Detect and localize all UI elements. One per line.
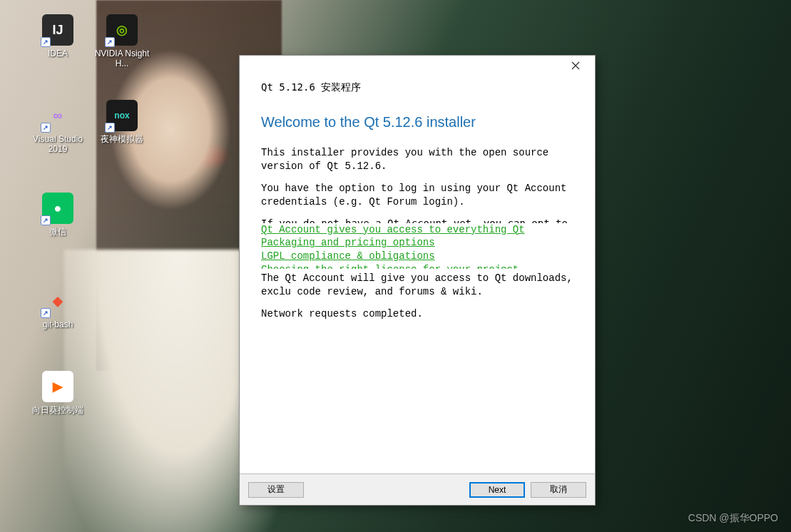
gitbash-label: git-bash [43,319,73,329]
intro-paragraph-3-clipped: If you do not have a Qt Account yet, you… [261,218,573,223]
idea-icon: IJ↗ [42,14,73,46]
vs-icon: ∞↗ [42,100,73,131]
installer-title: Qt 5.12.6 安装程序 [261,81,573,94]
shortcut-overlay-icon: ↗ [41,308,51,318]
shortcut-overlay-icon: ↗ [105,37,115,47]
vs-label: Visual Studio 2019 [29,134,86,155]
desktop-icon-vs[interactable]: ∞↗Visual Studio 2019 [29,100,87,155]
link-choosing-license-clipped[interactable]: Choosing the right license for your proj… [261,263,573,269]
desktop-icon-wechat[interactable]: ●↗微信 [29,193,87,237]
nox-label: 夜神模拟器 [101,134,143,144]
desktop-icon-nsight[interactable]: ◎↗NVIDIA Nsight H... [93,14,151,69]
intro-paragraph-1: This installer provides you with the ope… [261,146,573,173]
link-packaging-pricing[interactable]: Packaging and pricing options [261,236,573,250]
network-status: Network requests completed. [261,307,573,321]
nsight-icon: ◎↗ [106,14,138,46]
sun-icon: ▶ [42,371,73,402]
installer-body: Qt 5.12.6 安装程序 Welcome to the Qt 5.12.6 … [240,76,595,474]
close-icon[interactable] [561,57,591,74]
sun-label: 向日葵控制端 [32,405,83,415]
cancel-button[interactable]: 取消 [531,482,586,498]
shortcut-overlay-icon: ↗ [105,123,115,133]
desktop-icon-idea[interactable]: IJ↗IDEA [29,14,87,58]
intro-paragraph-4: The Qt Account will give you access to Q… [261,272,573,299]
shortcut-overlay-icon: ↗ [41,37,51,47]
next-button[interactable]: Next [469,482,525,498]
link-qt-account[interactable]: Qt Account gives you access to everythin… [261,223,573,237]
desktop-icon-nox[interactable]: nox↗夜神模拟器 [93,100,151,144]
settings-button[interactable]: 设置 [248,482,304,498]
wechat-label: 微信 [49,227,66,237]
desktop-icon-gitbash[interactable]: ◆↗git-bash [29,285,87,329]
wechat-icon: ●↗ [42,193,73,224]
welcome-heading: Welcome to the Qt 5.12.6 installer [261,114,573,131]
intro-paragraph-2: You have the option to log in using your… [261,182,573,209]
idea-label: IDEA [48,48,68,58]
nsight-label: NVIDIA Nsight H... [93,48,150,69]
link-lgpl-compliance[interactable]: LGPL compliance & obligations [261,250,573,263]
installer-titlebar [240,56,595,76]
shortcut-overlay-icon: ↗ [41,123,51,133]
gitbash-icon: ◆↗ [42,285,73,317]
installer-footer: 设置 Next 取消 [240,474,595,505]
watermark: CSDN @振华OPPO [688,512,778,525]
nox-icon: nox↗ [106,100,138,131]
shortcut-overlay-icon: ↗ [41,215,51,225]
qt-installer-window: Qt 5.12.6 安装程序 Welcome to the Qt 5.12.6 … [239,55,596,506]
desktop-icon-sun[interactable]: ▶向日葵控制端 [29,371,87,415]
